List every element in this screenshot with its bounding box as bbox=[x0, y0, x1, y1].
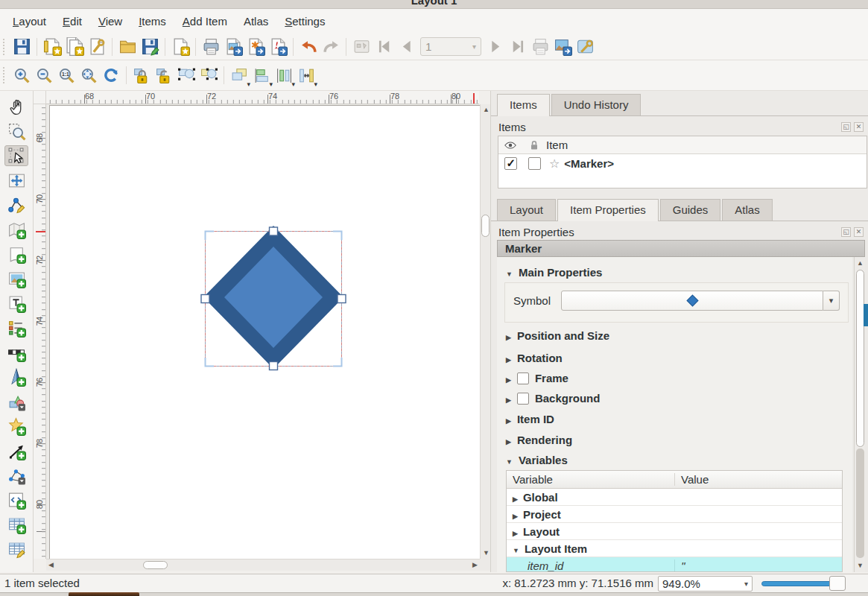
next-feature-button[interactable] bbox=[484, 36, 507, 58]
canvas-vertical-scrollbar[interactable]: ▲ ▼ bbox=[480, 104, 490, 559]
previous-feature-button[interactable] bbox=[395, 36, 417, 58]
preview-atlas-button[interactable] bbox=[350, 36, 373, 58]
print-atlas-button[interactable] bbox=[529, 36, 551, 58]
menu-settings[interactable]: Settings bbox=[276, 12, 333, 31]
add-north-arrow-button[interactable] bbox=[4, 367, 28, 387]
resize-items-button[interactable] bbox=[295, 64, 317, 86]
variable-row-item-id[interactable]: item_id '' bbox=[507, 557, 842, 572]
variable-group-row[interactable]: Layout bbox=[507, 523, 842, 540]
distribute-items-button[interactable] bbox=[273, 64, 295, 86]
undo-button[interactable] bbox=[297, 36, 320, 58]
scrollbar-thumb[interactable] bbox=[856, 270, 864, 447]
zoom-full-button[interactable] bbox=[77, 64, 100, 86]
zoom-slider-handle[interactable] bbox=[829, 576, 846, 591]
print-button[interactable] bbox=[200, 36, 222, 58]
frame-checkbox[interactable] bbox=[517, 372, 529, 384]
save-project-button[interactable] bbox=[10, 36, 33, 58]
symbol-button[interactable] bbox=[561, 291, 823, 311]
export-pdf-button[interactable] bbox=[267, 36, 289, 58]
first-feature-button[interactable] bbox=[373, 36, 395, 58]
float-panel-icon[interactable] bbox=[841, 227, 851, 237]
zoom-actual-button[interactable]: 1:1 bbox=[55, 64, 77, 86]
tab-guides[interactable]: Guides bbox=[660, 199, 721, 221]
edit-nodes-item-tool-button[interactable] bbox=[4, 194, 28, 215]
menu-add-item[interactable]: Add Item bbox=[174, 12, 235, 31]
scrollbar-thumb[interactable] bbox=[143, 561, 168, 569]
new-item-from-template-button[interactable] bbox=[169, 36, 191, 58]
layout-canvas[interactable] bbox=[46, 104, 480, 559]
ungroup-items-button[interactable] bbox=[197, 64, 220, 86]
toolbar-grip[interactable] bbox=[3, 39, 7, 55]
menu-edit[interactable]: Edit bbox=[54, 12, 90, 31]
window-titlebar[interactable]: Layout 1 bbox=[0, 0, 868, 9]
scroll-down-icon[interactable]: ▼ bbox=[483, 550, 490, 557]
menu-layout[interactable]: Layout bbox=[4, 12, 54, 31]
menu-atlas[interactable]: Atlas bbox=[235, 12, 276, 31]
raise-items-button[interactable] bbox=[228, 64, 250, 86]
move-item-content-tool-button[interactable] bbox=[4, 170, 28, 191]
marker-item[interactable] bbox=[203, 226, 343, 369]
lock-checkbox[interactable] bbox=[528, 157, 541, 170]
background-checkbox[interactable] bbox=[517, 393, 529, 405]
add-arrow-button[interactable] bbox=[4, 440, 28, 461]
atlas-settings-button[interactable] bbox=[574, 36, 596, 58]
export-svg-button[interactable] bbox=[244, 36, 267, 58]
scroll-up-icon[interactable]: ▲ bbox=[857, 260, 864, 267]
export-image-button[interactable] bbox=[222, 36, 244, 58]
align-items-button[interactable] bbox=[250, 64, 273, 86]
menu-items[interactable]: Items bbox=[130, 12, 174, 31]
zoom-out-button[interactable] bbox=[33, 64, 55, 86]
section-item-id[interactable]: Item ID bbox=[506, 413, 554, 425]
variable-group-row[interactable]: Global bbox=[507, 489, 842, 506]
section-rendering[interactable]: Rendering bbox=[506, 434, 572, 446]
section-frame[interactable]: Frame bbox=[506, 372, 568, 384]
pan-tool-button[interactable] bbox=[4, 96, 28, 117]
redo-button[interactable] bbox=[320, 36, 342, 58]
tab-undo-history[interactable]: Undo History bbox=[551, 94, 642, 115]
add-node-item-button[interactable] bbox=[4, 465, 28, 486]
duplicate-layout-button[interactable] bbox=[63, 36, 86, 58]
export-atlas-image-button[interactable] bbox=[551, 36, 574, 58]
variable-group-row[interactable]: Layout Item bbox=[507, 540, 842, 557]
unlock-items-button[interactable] bbox=[153, 64, 175, 86]
tab-atlas[interactable]: Atlas bbox=[722, 199, 772, 221]
zoom-level-combobox[interactable]: 949.0% ▾ bbox=[658, 576, 753, 592]
add-3d-map-button[interactable] bbox=[4, 244, 28, 264]
zoom-in-button[interactable] bbox=[10, 64, 33, 86]
scrollbar-track[interactable] bbox=[856, 448, 864, 558]
menu-view[interactable]: View bbox=[90, 12, 130, 31]
visibility-checkbox[interactable] bbox=[504, 157, 517, 170]
atlas-feature-combobox[interactable]: 1 ▾ bbox=[420, 37, 481, 56]
table-row[interactable]: <Marker> bbox=[498, 154, 867, 172]
section-rotation[interactable]: Rotation bbox=[506, 352, 563, 364]
scroll-right-icon[interactable]: ▶ bbox=[472, 562, 478, 568]
add-items-from-template-button[interactable] bbox=[116, 36, 139, 58]
scroll-up-icon[interactable]: ▲ bbox=[483, 107, 490, 113]
add-legend-button[interactable] bbox=[4, 317, 28, 338]
add-scalebar-button[interactable] bbox=[4, 342, 28, 363]
add-picture-button[interactable] bbox=[4, 268, 28, 289]
add-marker-button[interactable] bbox=[4, 416, 28, 437]
toolbar-grip[interactable] bbox=[3, 67, 7, 83]
group-items-button[interactable] bbox=[175, 64, 197, 86]
last-feature-button[interactable] bbox=[507, 36, 529, 58]
add-html-button[interactable] bbox=[4, 489, 28, 510]
section-main-properties[interactable]: Main Properties bbox=[506, 266, 602, 279]
add-shape-button[interactable] bbox=[4, 391, 28, 412]
scrollbar-thumb[interactable] bbox=[481, 215, 490, 237]
scroll-left-icon[interactable]: ◀ bbox=[48, 562, 54, 568]
add-label-button[interactable] bbox=[4, 293, 28, 314]
section-background[interactable]: Background bbox=[506, 392, 600, 405]
variable-group-row[interactable]: Project bbox=[507, 506, 842, 523]
symbol-dropdown-button[interactable] bbox=[823, 291, 840, 311]
layout-manager-button[interactable] bbox=[86, 36, 108, 58]
tab-items[interactable]: Items bbox=[497, 94, 550, 116]
zoom-tool-button[interactable] bbox=[4, 121, 28, 142]
close-panel-icon[interactable] bbox=[854, 122, 864, 132]
lock-items-button[interactable] bbox=[130, 64, 153, 86]
add-attribute-table-button[interactable] bbox=[4, 514, 28, 535]
canvas-horizontal-scrollbar[interactable]: ◀ ▶ bbox=[46, 559, 480, 571]
select-move-item-tool-button[interactable] bbox=[4, 145, 28, 166]
add-map-button[interactable] bbox=[4, 219, 28, 240]
section-variables[interactable]: Variables bbox=[506, 454, 568, 466]
